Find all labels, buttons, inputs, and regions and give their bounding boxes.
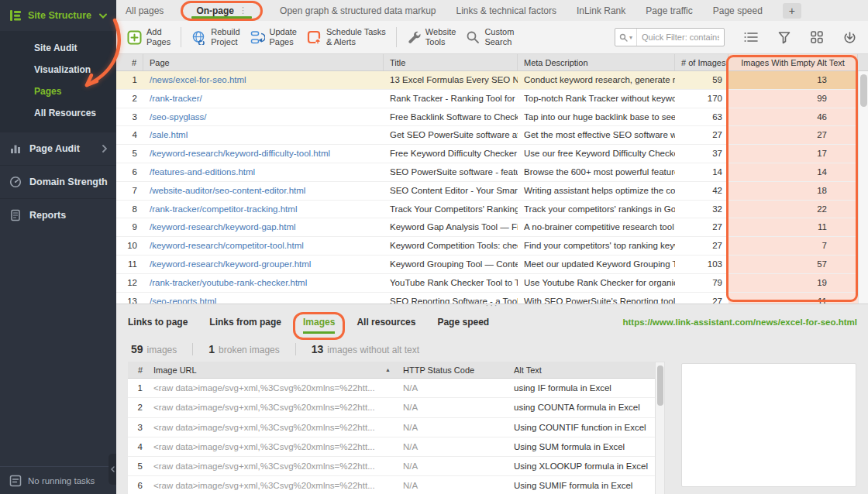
scrollbar-thumb[interactable] [657,365,663,406]
images-table-row[interactable]: 1<raw data>image/svg+xml,%3Csvg%20xmlns=… [128,379,655,398]
tab-all-pages[interactable]: All pages [126,5,164,16]
app-window: Site Structure Site Audit Visualization … [0,0,868,494]
tab-images[interactable]: Images [303,317,335,328]
workspaces-button[interactable] [810,30,824,44]
pages-table-row[interactable]: 4/sale.htmlGet SEO PowerSuite software a… [116,126,868,145]
page-url-link[interactable]: /website-auditor/seo-content-editor.html [143,182,384,200]
quick-filter-mode-dropdown[interactable]: ▾ [615,29,637,46]
sidebar-item-all-resources[interactable]: All Resources [0,102,116,124]
page-url-link[interactable]: /seo-reports.html [143,293,384,304]
custom-search-button[interactable]: CustomSearch [466,27,514,47]
scrollbar-thumb[interactable] [860,74,867,107]
header-page[interactable]: Page [143,54,384,70]
row-number: 3 [128,418,147,437]
rebuild-project-globe-icon [191,30,206,45]
sidebar-item-reports[interactable]: Reports [0,198,116,232]
add-pages-button[interactable]: AddPages [127,27,170,47]
selected-page-url-link[interactable]: https://www.link-assistant.com/news/exce… [623,317,857,327]
sidebar-item-pages[interactable]: Pages [0,81,116,102]
splitter-handle-icon[interactable]: ··· [486,300,499,310]
tab-open-graph[interactable]: Open graph & structured data markup [280,5,436,16]
sidebar-item-site-audit[interactable]: Site Audit [0,37,116,59]
pages-table-row[interactable]: 3/seo-spyglass/Free Backlink Software to… [116,108,868,127]
page-title-cell: Rank Tracker - Ranking Tool for Chec... [384,90,518,108]
sidebar-item-page-audit[interactable]: Page Audit [0,132,116,165]
sidebar-item-site-structure[interactable]: Site Structure [0,0,116,31]
sidebar-collapse-handle[interactable] [108,454,116,485]
pages-table-row[interactable]: 1/news/excel-for-seo.html13 Excel Formul… [116,71,868,90]
row-number: 2 [128,398,147,417]
page-url-link[interactable]: /keyword-research/keyword-difficulty-too… [143,145,384,163]
header-meta-description[interactable]: Meta Description [518,54,675,70]
sidebar-item-visualization[interactable]: Visualization [0,59,116,81]
tab-links-technical[interactable]: Links & technical factors [456,5,556,16]
pages-table-row[interactable]: 8/rank-tracker/competitor-tracking.htmlT… [116,201,868,219]
header-title[interactable]: Title [384,54,518,70]
pages-table-row[interactable]: 2/rank-tracker/Rank Tracker - Ranking To… [116,90,868,108]
pages-table-row[interactable]: 10/keyword-research/competitor-tool.html… [116,237,868,256]
page-url-link[interactable]: /features-and-editions.html [143,163,384,181]
images-table-row[interactable]: 4<raw data>image/svg+xml,%3Csvg%20xmlns=… [128,437,655,457]
tab-page-traffic[interactable]: Page traffic [646,5,692,16]
website-tools-button[interactable]: WebsiteTools [407,27,456,47]
page-url-link[interactable]: /seo-spyglass/ [143,108,384,126]
sidebar-item-label: Page Audit [29,143,80,154]
page-url-link[interactable]: /rank-tracker/competitor-tracking.html [143,201,384,218]
panel-splitter[interactable]: ··· [116,304,868,310]
tab-all-resources[interactable]: All resources [356,317,415,328]
alt-text-cell: Using SUM formula in Excel [508,437,655,456]
header-num-images[interactable]: # of Images [675,54,728,70]
task-status-label: No running tasks [28,476,95,485]
row-number: 7 [116,182,143,200]
pages-table-row[interactable]: 11/keyword-research/keyword-grouper.html… [116,256,868,274]
page-url-link[interactable]: /rank-tracker/youtube-rank-checker.html [143,274,384,292]
images-table-row[interactable]: 5<raw data>image/svg+xml,%3Csvg%20xmlns=… [128,457,655,476]
tab-inlink-rank[interactable]: InLink Rank [577,5,625,16]
header-num[interactable]: # [116,54,143,70]
tab-on-page[interactable]: On-page ⋮ [184,0,260,21]
quick-filter-input[interactable] [637,33,724,42]
pages-table-row[interactable]: 5/keyword-research/keyword-difficulty-to… [116,145,868,163]
export-button[interactable] [842,30,857,45]
tab-page-speed-details[interactable]: Page speed [437,317,489,328]
header-http-status[interactable]: HTTP Status Code [397,362,508,378]
tab-menu-dots-icon[interactable]: ⋮ [239,5,247,15]
image-url-cell: <raw data>image/svg+xml,%3Csvg%20xmlns=%… [147,476,397,494]
header-alt-text[interactable]: Alt Text [508,362,655,378]
header-images-empty-alt[interactable]: Images With Empty Alt Text [728,54,858,70]
tab-links-to-page[interactable]: Links to page [128,317,188,328]
filter-button[interactable] [777,31,791,44]
page-url-link[interactable]: /rank-tracker/ [143,90,384,108]
sort-asc-icon: ▲ [385,362,391,378]
pages-table-row[interactable]: 6/features-and-editions.htmlSEO PowerSui… [116,163,868,182]
funnel-icon [777,31,791,44]
images-table-row[interactable]: 3<raw data>image/svg+xml,%3Csvg%20xmlns=… [128,418,655,437]
sidebar-item-domain-strength[interactable]: Domain Strength [0,165,116,198]
page-url-link[interactable]: /keyword-research/keyword-grouper.html [143,256,384,273]
images-table-row[interactable]: 2<raw data>image/svg+xml,%3Csvg%20xmlns=… [128,398,655,417]
add-tab-button[interactable]: + [783,3,801,19]
tab-links-from-page[interactable]: Links from page [209,317,281,328]
page-url-link[interactable]: /keyword-research/competitor-tool.html [143,237,384,255]
pages-table-row[interactable]: 7/website-auditor/seo-content-editor.htm… [116,182,868,201]
rebuild-project-button[interactable]: RebuildProject [191,27,239,47]
page-title-cell: Track Your Competitors' Rankings in ... [384,201,518,218]
page-url-link[interactable]: /keyword-research/keyword-gap.html [143,218,384,236]
column-settings-button[interactable] [743,31,759,43]
meta-description-cell: Tap into our huge backlink base to see a… [518,108,675,126]
images-table-row[interactable]: 6<raw data>image/svg+xml,%3Csvg%20xmlns=… [128,476,655,494]
page-url-link[interactable]: /sale.html [143,126,384,144]
image-url-cell: <raw data>image/svg+xml,%3Csvg%20xmlns=%… [147,379,397,397]
tab-page-speed[interactable]: Page speed [713,5,763,16]
row-number: 2 [116,90,143,108]
update-pages-button[interactable]: UpdatePages [250,27,297,47]
pages-table-row[interactable]: 12/rank-tracker/youtube-rank-checker.htm… [116,274,868,293]
pages-table-scrollbar[interactable] [858,71,868,304]
images-table-scrollbar[interactable] [655,362,665,494]
schedule-tasks-button[interactable]: Schedule Tasks& Alerts [307,27,386,47]
meta-description-cell: With SEO PowerSuite's Reporting tools, y… [518,293,675,304]
header-image-url[interactable]: ▲ Image URL [147,362,397,378]
page-url-link[interactable]: /news/excel-for-seo.html [143,71,384,89]
pages-table-row[interactable]: 9/keyword-research/keyword-gap.htmlKeywo… [116,218,868,237]
header-num[interactable]: # [128,362,147,378]
